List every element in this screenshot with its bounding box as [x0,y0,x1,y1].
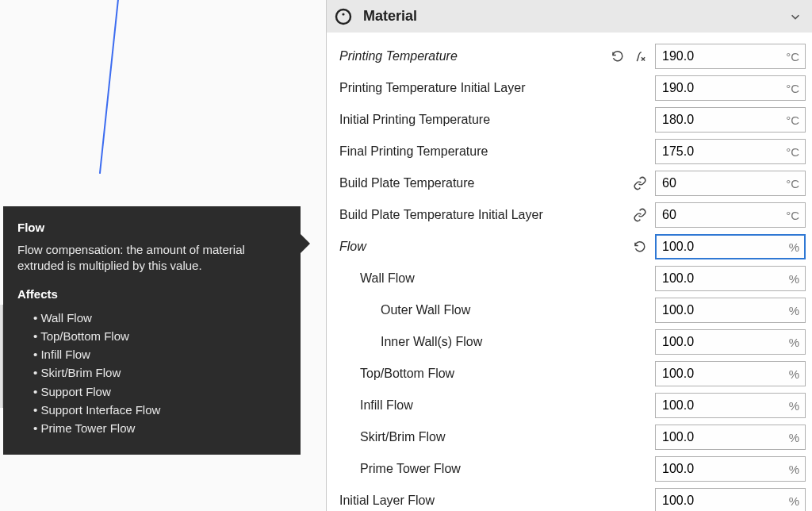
tooltip-description: Flow compensation: the amount of materia… [17,242,286,275]
setting-label: Printing Temperature Initial Layer [339,81,615,95]
initial-layer-flow-input[interactable] [655,488,806,511]
wall-flow-input[interactable] [655,266,806,291]
setting-label: Prime Tower Flow [339,462,615,476]
settings-panel: Material Printing Temperature [327,0,812,511]
material-icon [333,6,354,27]
model-edge-line [99,0,121,174]
setting-label: Flow [339,240,615,254]
build-plate-temperature-initial-input[interactable] [655,202,806,228]
flow-input[interactable] [655,234,806,259]
row-initial-printing-temperature: Initial Printing Temperature °C [339,104,806,136]
row-build-plate-temperature-initial-layer: Build Plate Temperature Initial Layer °C [339,199,806,231]
setting-label: Printing Temperature [339,49,609,63]
setting-label: Initial Layer Flow [339,494,615,508]
row-top-bottom-flow: Top/Bottom Flow % [339,358,806,390]
setting-label: Final Printing Temperature [339,144,615,159]
printing-temperature-input[interactable] [655,44,806,69]
setting-label: Outer Wall Flow [339,303,615,317]
tooltip-affects-item: Skirt/Brim Flow [33,363,286,382]
link-icon[interactable] [631,175,649,192]
row-initial-layer-flow: Initial Layer Flow % [339,485,806,511]
row-printing-temperature-initial-layer: Printing Temperature Initial Layer °C [339,72,806,104]
inner-wall-flow-input[interactable] [655,329,806,355]
setting-label: Wall Flow [339,271,615,286]
setting-label: Inner Wall(s) Flow [339,335,615,349]
tooltip-affects-item: Top/Bottom Flow [33,327,286,345]
setting-label: Build Plate Temperature Initial Layer [339,208,615,222]
row-final-printing-temperature: Final Printing Temperature °C [339,136,806,167]
setting-label: Top/Bottom Flow [339,367,615,381]
initial-printing-temperature-input[interactable] [655,107,806,133]
material-section-header[interactable]: Material [327,0,812,33]
row-inner-wall-flow: Inner Wall(s) Flow % [339,326,806,358]
setting-label: Build Plate Temperature [339,176,615,190]
row-printing-temperature: Printing Temperature °C [339,40,806,72]
row-build-plate-temperature: Build Plate Temperature °C [339,167,806,199]
skirt-brim-flow-input[interactable] [655,425,806,450]
row-skirt-brim-flow: Skirt/Brim Flow % [339,421,806,453]
svg-point-1 [342,13,344,15]
top-bottom-flow-input[interactable] [655,361,806,386]
final-printing-temperature-input[interactable] [655,139,806,164]
setting-label: Initial Printing Temperature [339,113,615,127]
printing-temperature-initial-input[interactable] [655,75,806,101]
link-icon[interactable] [631,206,649,224]
material-settings-list: Printing Temperature °C Printing Tempera… [327,33,812,511]
row-wall-flow: Wall Flow % [339,263,806,294]
material-section-title: Material [363,8,788,25]
tooltip-affects-list: Wall Flow Top/Bottom Flow Infill Flow Sk… [17,309,286,438]
svg-point-0 [336,10,350,24]
tooltip-affects-item: Support Interface Flow [33,401,286,419]
tooltip-affects-item: Prime Tower Flow [33,419,286,437]
outer-wall-flow-input[interactable] [655,298,806,323]
chevron-down-icon[interactable] [788,10,802,24]
tooltip-affects-item: Support Flow [33,382,286,401]
row-infill-flow: Infill Flow % [339,390,806,421]
reset-icon[interactable] [631,238,649,256]
tooltip-affects-item: Infill Flow [33,345,286,363]
infill-flow-input[interactable] [655,393,806,418]
row-outer-wall-flow: Outer Wall Flow % [339,294,806,326]
printing-temperature-field: °C [655,44,806,69]
tooltip-affects-item: Wall Flow [33,309,286,327]
row-flow: Flow % [339,231,806,263]
prime-tower-flow-input[interactable] [655,456,806,482]
row-prime-tower-flow: Prime Tower Flow % [339,453,806,485]
tooltip-affects-heading: Affects [17,287,286,301]
viewport-pane: Flow Flow compensation: the amount of ma… [0,0,327,511]
setting-tooltip: Flow Flow compensation: the amount of ma… [3,206,301,455]
setting-label: Skirt/Brim Flow [339,430,615,444]
setting-label: Infill Flow [339,398,615,413]
reset-icon[interactable] [609,48,626,65]
build-plate-temperature-input[interactable] [655,171,806,196]
formula-icon[interactable] [631,48,649,65]
tooltip-title: Flow [17,221,286,234]
